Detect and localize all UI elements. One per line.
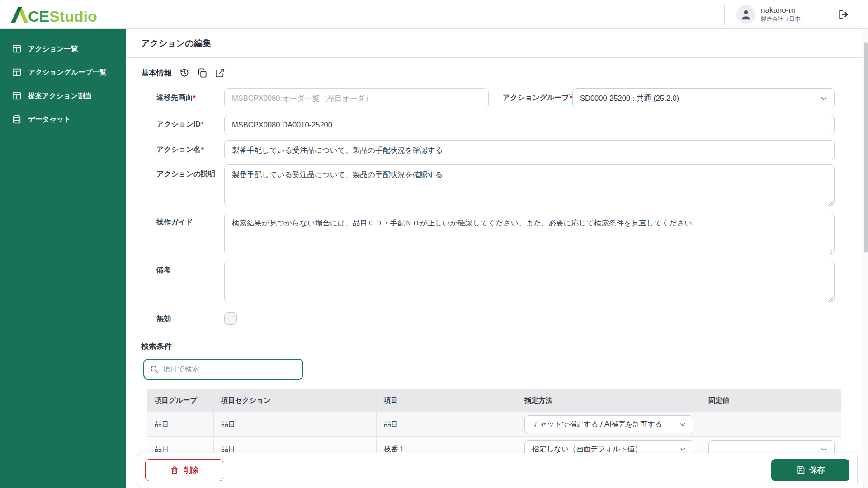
action-description-label: アクションの説明: [156, 164, 224, 178]
sidebar-item-dataset[interactable]: データセット: [0, 108, 126, 131]
footer-action-bar: 削除 保存: [137, 453, 858, 487]
user-org: 製造会社（日本）: [761, 16, 806, 23]
required-mark: *: [193, 94, 196, 101]
destination-screen-label: 遷移先画面*: [156, 88, 224, 102]
required-mark: *: [201, 120, 204, 128]
disabled-flag-label: 無効: [156, 312, 224, 323]
basic-info-title: 基本情報: [141, 68, 172, 78]
chevron-down-icon: [679, 421, 687, 428]
table-icon: [12, 44, 22, 54]
action-group-selected-value: SD0000-25200 : 共通 (25.2.0): [580, 94, 816, 103]
cell-item: 品目: [377, 412, 517, 436]
trash-icon: [170, 465, 179, 474]
table-icon: [12, 91, 22, 101]
app-logo: CE Studio: [10, 5, 107, 24]
sidebar-nav: アクション一覧 アクショングループ一覧 提案アクション割当 データセット: [0, 29, 126, 488]
basic-info-header: 基本情報: [141, 67, 835, 78]
sidebar-item-action-list[interactable]: アクション一覧: [0, 37, 126, 61]
table-row: 品目 品目 品目 チャットで指定する / AI補完を許可する: [147, 412, 841, 436]
sidebar-item-label: 提案アクション割当: [28, 91, 92, 101]
action-id-label: アクションID*: [156, 115, 224, 128]
search-conditions-table: 項目グループ 項目セクション 項目 指定方法 固定値 品目 品目 品目 チャット…: [147, 389, 841, 461]
page-title-bar: アクションの編集: [126, 29, 868, 58]
sidebar-item-label: アクション一覧: [28, 44, 78, 54]
required-mark: *: [201, 145, 204, 153]
main-panel: アクションの編集 基本情報: [126, 29, 868, 488]
section-divider: [141, 334, 835, 334]
database-icon: [12, 114, 22, 124]
col-header-item: 項目: [377, 389, 517, 412]
scrollbar-thumb[interactable]: [864, 42, 868, 253]
item-search-box: [143, 359, 303, 380]
cell-fixed-value-empty: [701, 412, 841, 436]
sidebar-item-action-group-list[interactable]: アクショングループ一覧: [0, 61, 126, 84]
delete-button[interactable]: 削除: [145, 459, 223, 481]
col-header-method: 指定方法: [517, 389, 701, 412]
operation-guide-label: 操作ガイド: [156, 213, 224, 226]
action-group-select[interactable]: SD0000-25200 : 共通 (25.2.0): [572, 88, 835, 108]
user-menu[interactable]: nakano-m 製造会社（日本）: [725, 5, 818, 24]
operation-guide-textarea[interactable]: 検索結果が見つからない場合には、品目ＣＤ・手配ＮＯが正しいか確認してください。ま…: [224, 213, 835, 254]
logout-icon: [837, 9, 849, 20]
top-header: CE Studio nakano-m 製造会社（日本）: [0, 0, 868, 29]
required-mark: *: [570, 94, 572, 101]
save-button[interactable]: 保存: [771, 459, 849, 481]
sidebar-item-label: データセット: [28, 115, 71, 124]
method-selected-value: チャットで指定する / AI補完を許可する: [532, 420, 675, 429]
disabled-flag-checkbox[interactable]: [224, 312, 237, 325]
avatar: [736, 5, 755, 24]
save-button-label: 保存: [810, 465, 825, 475]
sidebar-item-proposal-action-assign[interactable]: 提案アクション割当: [0, 84, 126, 108]
chevron-down-icon: [820, 94, 828, 103]
remarks-label: 備考: [156, 261, 224, 274]
svg-text:CE: CE: [28, 8, 49, 24]
svg-text:Studio: Studio: [49, 8, 97, 24]
col-header-item-section: 項目セクション: [214, 389, 377, 412]
save-icon: [796, 465, 805, 474]
action-id-input[interactable]: [224, 115, 835, 135]
search-conditions-header: 検索条件: [141, 341, 835, 352]
table-header-row: 項目グループ 項目セクション 項目 指定方法 固定値: [147, 389, 841, 412]
external-link-icon[interactable]: [215, 68, 225, 78]
cell-item-section: 品目: [214, 412, 377, 436]
user-name: nakano-m: [761, 5, 806, 15]
delete-button-label: 削除: [184, 465, 199, 475]
search-icon: [150, 365, 159, 374]
history-icon[interactable]: [179, 67, 190, 78]
page-title: アクションの編集: [141, 38, 211, 49]
table-icon: [12, 67, 22, 77]
item-search-input[interactable]: [163, 365, 297, 373]
action-name-input[interactable]: [224, 140, 835, 160]
logo-graphic: CE Studio: [10, 5, 107, 24]
chevron-down-icon: [820, 446, 828, 453]
action-name-label: アクション名*: [156, 140, 224, 154]
person-icon: [739, 8, 753, 21]
action-group-label: アクショングループ*: [489, 88, 572, 102]
logout-button[interactable]: [818, 0, 868, 28]
method-select[interactable]: チャットで指定する / AI補完を許可する: [524, 415, 693, 433]
copy-icon[interactable]: [197, 68, 208, 78]
chevron-down-icon: [679, 446, 687, 453]
search-conditions-title: 検索条件: [141, 341, 172, 352]
col-header-fixed-value: 固定値: [701, 389, 841, 412]
remarks-textarea[interactable]: [224, 261, 835, 302]
col-header-item-group: 項目グループ: [147, 389, 214, 412]
destination-screen-input: [224, 88, 489, 108]
cell-item-group: 品目: [147, 412, 214, 436]
action-description-textarea[interactable]: 製番手配している受注品について、製品の手配状況を確認する: [224, 164, 835, 206]
vertical-scrollbar[interactable]: [863, 29, 868, 488]
sidebar-item-label: アクショングループ一覧: [28, 68, 106, 77]
